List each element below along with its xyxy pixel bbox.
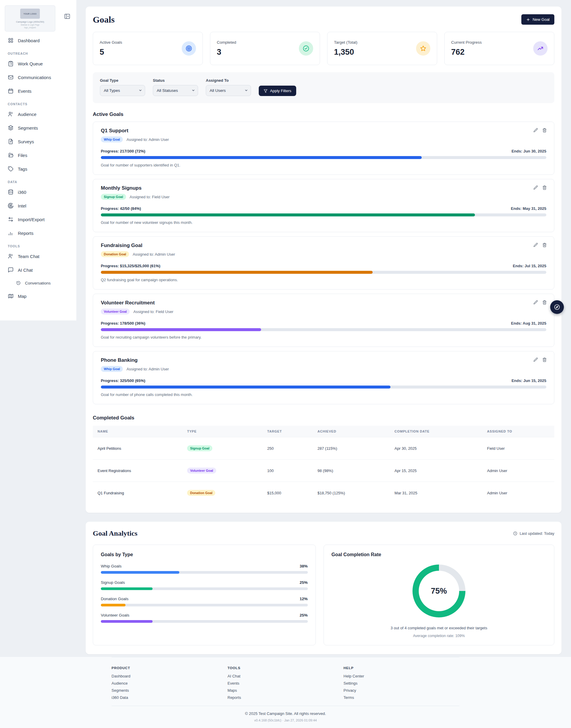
goals-card: Goals New Goal Active Goals 5 Completed … <box>86 7 562 513</box>
status-select[interactable]: All Statuses <box>153 85 198 96</box>
sidebar-item-dashboard[interactable]: Dashboard <box>5 34 72 46</box>
goal-ends-text: Ends: Jul 15, 2025 <box>513 264 546 268</box>
sidebar-item-team-chat[interactable]: Team Chat <box>5 250 72 262</box>
edit-goal-icon[interactable] <box>533 128 538 133</box>
by-type-bar <box>101 571 308 574</box>
edit-goal-icon[interactable] <box>533 185 538 190</box>
target-icon <box>185 45 193 52</box>
sidebar-item-tags[interactable]: Tags <box>5 163 72 175</box>
goal-type-badge: Donation Goal <box>101 251 129 257</box>
sidebar-item-work-queue[interactable]: Work Queue <box>5 58 72 69</box>
sidebar-item-label: Intel <box>18 203 26 208</box>
assigned-to-select[interactable]: All Users <box>206 85 251 96</box>
delete-goal-icon[interactable] <box>542 300 547 305</box>
footer-link-privacy[interactable]: Privacy <box>343 688 459 693</box>
completed-goals-heading: Completed Goals <box>93 415 554 421</box>
apply-filters-button[interactable]: Apply Filters <box>259 86 296 96</box>
sidebar-collapse-icon[interactable] <box>64 13 71 20</box>
goal-title: Volunteer Recruitment <box>101 300 546 306</box>
sidebar-item-label: Team Chat <box>18 254 39 259</box>
footer-link-ai-chat[interactable]: AI Chat <box>228 674 343 678</box>
delete-goal-icon[interactable] <box>542 357 547 362</box>
cell-name: Q1 Fundraising <box>93 482 182 504</box>
sidebar-item-audience[interactable]: Audience <box>5 108 72 120</box>
apply-filters-label: Apply Filters <box>270 89 292 93</box>
sidebar-item-conversations[interactable]: Conversations <box>5 278 72 288</box>
footer-link-reports[interactable]: Reports <box>228 695 343 700</box>
assistant-fab[interactable] <box>550 300 564 314</box>
goal-progress-bar <box>101 328 546 331</box>
check-circle-icon <box>303 45 310 52</box>
column-header-achieved: ACHIEVED <box>313 426 390 437</box>
calendar-icon <box>8 88 14 94</box>
sidebar-item-label: Surveys <box>18 139 34 144</box>
sidebar-item-events[interactable]: Events <box>5 85 72 97</box>
edit-goal-icon[interactable] <box>533 300 538 305</box>
file-question-icon <box>8 139 14 144</box>
footer-link-audience[interactable]: Audience <box>112 681 228 686</box>
goal-description: Goal for number of phone calls completed… <box>101 392 546 397</box>
goal-title: Phone Banking <box>101 357 546 363</box>
footer-column-heading: PRODUCT <box>112 666 228 670</box>
main-content: Goals New Goal Active Goals 5 Completed … <box>86 7 562 654</box>
new-goal-button[interactable]: New Goal <box>521 14 554 25</box>
by-type-fill <box>101 571 179 574</box>
footer-link-maps[interactable]: Maps <box>228 688 343 693</box>
table-row-event-registrations: Event Registrations Volunteer Goal 100 9… <box>93 460 554 482</box>
footer-link-terms[interactable]: Terms <box>343 695 459 700</box>
sidebar-item-i360[interactable]: i360 <box>5 186 72 198</box>
delete-goal-icon[interactable] <box>542 243 547 247</box>
cell-type: Signup Goal <box>182 437 262 460</box>
cell-completion-date: Apr 15, 2025 <box>390 460 482 482</box>
sidebar-item-label: Tags <box>18 166 27 171</box>
compass-icon <box>554 304 560 310</box>
stat-label: Active Goals <box>100 40 122 44</box>
sidebar-item-surveys[interactable]: Surveys <box>5 136 72 147</box>
stat-value: 762 <box>451 47 482 57</box>
footer-link-events[interactable]: Events <box>228 681 343 686</box>
logo-caption: Campaign Logo (400x250) <box>5 20 55 23</box>
users-icon <box>8 253 14 259</box>
layers-icon <box>8 125 14 131</box>
cell-target: 250 <box>263 437 313 460</box>
goal-progress-text: Progress: $15,325/$25,000 (61%) <box>101 264 160 268</box>
footer-link-segments[interactable]: Segments <box>112 688 228 693</box>
footer-link-help-center[interactable]: Help Center <box>343 674 459 678</box>
stat-card-completed: Completed 3 <box>210 32 320 65</box>
goals-by-type-title: Goals by Type <box>101 552 308 557</box>
sidebar-item-ai-chat[interactable]: AI Chat <box>5 264 72 276</box>
message-icon <box>8 267 14 273</box>
goal-type-label: Goal Type <box>100 78 145 83</box>
delete-goal-icon[interactable] <box>542 185 547 190</box>
clipboard-icon <box>8 61 14 66</box>
sidebar-item-files[interactable]: Files <box>5 149 72 161</box>
goal-title: Monthly Signups <box>101 185 546 191</box>
sidebar-item-intel[interactable]: Intel <box>5 200 72 212</box>
sidebar-item-map[interactable]: Map <box>5 290 72 302</box>
delete-goal-icon[interactable] <box>542 128 547 133</box>
goal-progress-text: Progress: 325/500 (65%) <box>101 379 145 383</box>
goal-card-fundraising-goal: Fundraising Goal Donation Goal Assigned … <box>93 236 554 290</box>
sidebar-item-reports[interactable]: Reports <box>5 227 72 239</box>
footer-column-tools: TOOLS AI ChatEventsMapsReports <box>228 666 343 700</box>
goal-title: Q1 Support <box>101 128 546 134</box>
sidebar-item-import-export[interactable]: Import/Export <box>5 213 72 225</box>
sidebar-item-label: Conversations <box>25 281 50 285</box>
campaign-logo: YOUR LOGO Campaign Logo (400x250) Sideba… <box>5 5 55 31</box>
stat-label: Current Progress <box>451 40 482 44</box>
sidebar-item-segments[interactable]: Segments <box>5 122 72 134</box>
edit-goal-icon[interactable] <box>533 243 538 247</box>
sidebar-item-label: Communications <box>18 75 51 80</box>
goal-analytics-card: Goal Analytics Last updated: Today Goals… <box>86 522 562 654</box>
goal-type-badge: Volunteer Goal <box>101 309 130 314</box>
footer-link-i360-data[interactable]: i360 Data <box>112 695 228 700</box>
footer-link-dashboard[interactable]: Dashboard <box>112 674 228 678</box>
nav-section-outreach: OUTREACH <box>8 52 69 55</box>
goal-type-select[interactable]: All Types <box>100 85 145 96</box>
edit-goal-icon[interactable] <box>533 357 538 362</box>
column-header-type: TYPE <box>182 426 262 437</box>
footer-link-settings[interactable]: Settings <box>343 681 459 686</box>
stat-card-active-goals: Active Goals 5 <box>93 32 203 65</box>
sidebar-item-communications[interactable]: Communications <box>5 71 72 83</box>
goal-assigned: Assigned to: Admin User <box>126 137 168 142</box>
